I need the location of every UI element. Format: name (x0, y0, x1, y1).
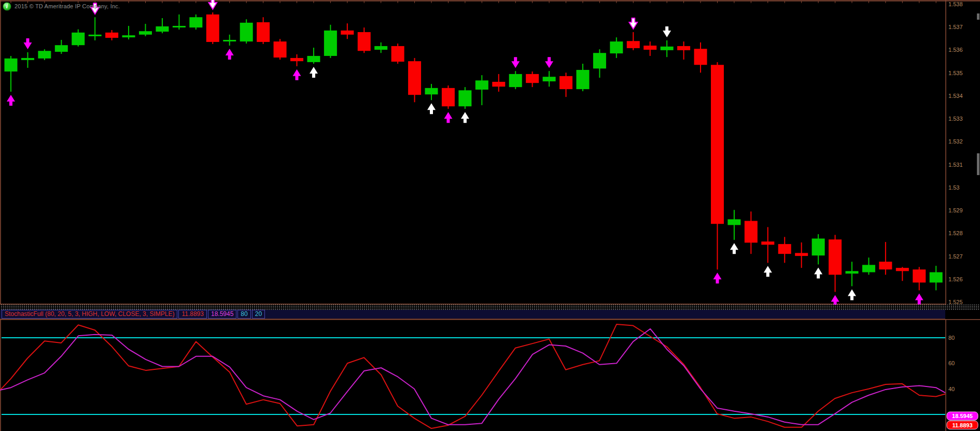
scrollbar-thumb[interactable] (977, 153, 979, 175)
candle-body (425, 88, 438, 94)
copyright-text: 2015 © TD Ameritrade IP Company, Inc. (15, 3, 120, 9)
down-arrow-signal-icon (23, 38, 32, 49)
info-icon[interactable]: i (3, 2, 11, 11)
svg-text:1.535: 1.535 (948, 70, 963, 76)
svg-text:1.53: 1.53 (948, 184, 959, 191)
candles[interactable] (5, 12, 943, 292)
candle-body (930, 272, 943, 283)
candle-body (307, 56, 320, 62)
candle-body (727, 219, 740, 225)
up-arrow-signal-icon (427, 103, 436, 114)
svg-text:11.8893: 11.8893 (952, 422, 972, 428)
candle-body (257, 22, 270, 42)
candle-body (206, 15, 219, 42)
up-arrow-signal-icon (444, 112, 452, 123)
candle-body (5, 59, 18, 71)
down-arrow-signal-icon (208, 0, 217, 9)
study-value: 20 (252, 310, 265, 319)
down-arrow-signal-icon (629, 18, 637, 29)
candle-body (442, 88, 455, 106)
candle-body (324, 31, 337, 56)
down-arrow-signal-icon (545, 57, 553, 68)
up-arrow-signal-icon (226, 49, 234, 60)
panel-splitter-handle[interactable] (0, 305, 980, 310)
up-arrow-signal-icon (713, 272, 721, 283)
candle-body (105, 33, 118, 38)
svg-text:1.533: 1.533 (948, 116, 963, 122)
price-axis[interactable]: 1.5381.5371.5361.5351.5341.5331.5321.531… (948, 1, 963, 305)
candle-body (122, 35, 135, 37)
candle-body (896, 268, 909, 271)
study-value: 18.5945 (208, 310, 236, 319)
svg-text:1.536: 1.536 (948, 47, 963, 53)
candle-body (829, 239, 842, 275)
up-arrow-signal-icon (848, 289, 856, 300)
candle-body (610, 41, 623, 53)
candle-body (408, 61, 421, 95)
study-value: 11.8893 (178, 310, 207, 319)
price-chart-panel[interactable]: 1.5381.5371.5361.5351.5341.5331.5321.531… (0, 0, 980, 305)
candle-body (240, 23, 253, 41)
up-arrow-signal-icon (831, 295, 839, 305)
svg-text:18.5945: 18.5945 (952, 413, 973, 419)
study-label[interactable]: StochasticFull (80, 20, 5, 3, HIGH, LOW,… (2, 310, 177, 319)
candle-body (139, 31, 152, 35)
candle-body (475, 80, 488, 90)
up-arrow-signal-icon (310, 67, 318, 78)
candle-body (374, 46, 387, 50)
scrollbar-thumb[interactable] (977, 13, 979, 20)
up-arrow-signal-icon (292, 69, 301, 80)
candle-body (761, 241, 774, 245)
right-edge-scrollbar[interactable] (977, 0, 980, 431)
down-arrow-signal-icon (511, 57, 520, 68)
candle-body (879, 262, 892, 269)
svg-text:1.532: 1.532 (948, 138, 963, 145)
candle-body (492, 82, 505, 87)
candle-body (862, 265, 875, 272)
candle-body (576, 70, 589, 89)
svg-text:1.531: 1.531 (948, 162, 963, 168)
up-arrow-signal-icon (814, 267, 822, 278)
candle-body (55, 45, 68, 52)
svg-text:1.528: 1.528 (948, 230, 963, 236)
candle-body (543, 77, 556, 81)
candle-body (593, 53, 606, 68)
svg-text:60: 60 (948, 360, 955, 366)
up-arrow-signal-icon (764, 266, 772, 277)
candle-body (643, 46, 656, 50)
candle-body (812, 238, 825, 255)
candle-body (509, 74, 522, 87)
study-value: 80 (237, 310, 250, 319)
candle-body (711, 65, 724, 224)
svg-text:1.527: 1.527 (948, 253, 963, 260)
candle-body (559, 76, 572, 89)
up-arrow-signal-icon (730, 243, 738, 254)
stochastic-chart-panel[interactable]: 80604018.594511.8893 (0, 319, 980, 431)
candle-body (846, 271, 859, 274)
candle-body (391, 46, 404, 62)
candle-body (661, 47, 674, 50)
candle-body (189, 17, 202, 27)
candle-body (694, 49, 707, 65)
stochastic-study-header: StochasticFull (80, 20, 5, 3, HIGH, LOW,… (0, 310, 945, 319)
svg-text:1.538: 1.538 (948, 1, 963, 7)
signal-arrows (7, 0, 923, 305)
stoch-value-bubbles: 18.594511.8893 (947, 412, 978, 429)
candle-body (795, 253, 808, 256)
candle-body (223, 40, 236, 41)
candle-body (913, 269, 926, 282)
up-arrow-signal-icon (461, 112, 469, 123)
candle-body (458, 90, 471, 106)
stoch-axis[interactable]: 806040 (948, 335, 955, 392)
svg-text:40: 40 (948, 386, 955, 392)
candle-body (358, 32, 371, 51)
trading-chart-window: 1.5381.5371.5361.5351.5341.5331.5321.531… (0, 0, 980, 431)
candle-body (173, 26, 186, 27)
overbought-oversold-lines (2, 338, 945, 414)
candle-body (778, 244, 791, 254)
candle-body (290, 58, 303, 61)
candle-body (156, 26, 169, 32)
time-axis-ticks (11, 1, 936, 3)
candle-body (38, 51, 51, 59)
svg-text:1.537: 1.537 (948, 24, 963, 30)
